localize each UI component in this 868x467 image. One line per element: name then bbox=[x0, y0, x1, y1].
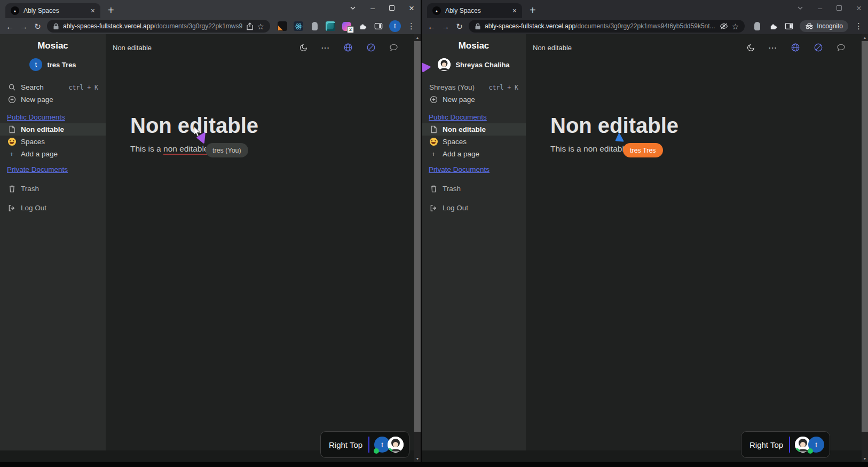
tab-ably-spaces[interactable]: ▲ Ably Spaces × bbox=[5, 3, 100, 18]
sidebar-item-document[interactable]: Non editable bbox=[0, 123, 106, 136]
minimize-button[interactable]: – bbox=[370, 4, 375, 12]
maximize-button[interactable] bbox=[837, 5, 842, 11]
document-title: Non editable bbox=[443, 125, 486, 133]
scroll-down-arrow-icon[interactable]: ▼ bbox=[416, 455, 420, 462]
private-documents-link[interactable]: Private Documents bbox=[0, 163, 106, 176]
sidebar-item-search[interactable]: Shreyas (You) ctrl + K bbox=[422, 81, 526, 93]
presence-widget[interactable]: Right Top t bbox=[741, 431, 830, 458]
url-text: ably-spaces-fullstack.vercel.app/documen… bbox=[485, 22, 716, 30]
browser-menu-kebab-icon[interactable]: ⋮ bbox=[407, 21, 415, 31]
sidebar-item-logout[interactable]: Log Out bbox=[422, 202, 526, 214]
window-menu-chevron-icon[interactable] bbox=[350, 6, 356, 10]
new-tab-button[interactable]: + bbox=[530, 5, 536, 15]
extension-gray-icon[interactable] bbox=[752, 21, 762, 31]
document-header: Non editable ··· bbox=[106, 34, 421, 61]
app-sidebar: Mosiac Shreyas Chaliha Shreyas (You) ctr… bbox=[422, 34, 526, 450]
sidebar-item-spaces[interactable]: Spaces bbox=[0, 136, 106, 148]
presence-widget[interactable]: Right Top t bbox=[320, 431, 409, 458]
share-icon[interactable] bbox=[246, 22, 254, 30]
tab-ably-spaces[interactable]: ▲ Ably Spaces × bbox=[427, 3, 522, 18]
tab-close-icon[interactable]: × bbox=[91, 7, 95, 14]
more-options-ellipsis-icon[interactable]: ··· bbox=[321, 44, 330, 52]
globe-icon[interactable] bbox=[343, 43, 353, 52]
extension-react-icon[interactable] bbox=[293, 21, 304, 31]
url-bar[interactable]: ably-spaces-fullstack.vercel.app/documen… bbox=[469, 20, 745, 33]
bookmark-star-icon[interactable]: ☆ bbox=[257, 22, 264, 30]
url-bar[interactable]: ably-spaces-fullstack.vercel.app/documen… bbox=[47, 20, 270, 33]
lock-icon bbox=[53, 23, 59, 30]
browser-menu-kebab-icon[interactable]: ⋮ bbox=[855, 21, 863, 31]
sidebar-item-add-page[interactable]: + Add a page bbox=[0, 148, 106, 160]
dark-mode-moon-icon[interactable] bbox=[746, 43, 755, 52]
window-controls: – × bbox=[797, 1, 862, 15]
document-paragraph: This is a non editable d bbox=[130, 144, 421, 154]
close-button[interactable]: × bbox=[856, 4, 862, 13]
extension-teal-icon[interactable] bbox=[325, 21, 336, 31]
mouse-pointer-icon bbox=[193, 126, 201, 137]
presence-avatars: t bbox=[795, 437, 824, 453]
side-panel-icon[interactable] bbox=[373, 21, 384, 31]
chrome-profile-avatar[interactable]: t bbox=[389, 20, 401, 32]
chat-bubble-icon[interactable] bbox=[389, 43, 398, 52]
extension-gray-icon[interactable] bbox=[309, 21, 320, 31]
document-paragraph: This is a non editable d bbox=[550, 144, 868, 154]
public-documents-link[interactable]: Public Documents bbox=[0, 111, 106, 123]
ably-favicon-icon: ▲ bbox=[11, 6, 19, 15]
more-options-ellipsis-icon[interactable]: ··· bbox=[769, 44, 777, 52]
sidebar-item-new-page[interactable]: New page bbox=[0, 93, 106, 106]
extensions-puzzle-icon[interactable] bbox=[768, 21, 778, 31]
back-button[interactable]: ← bbox=[427, 22, 436, 30]
extensions-puzzle-icon[interactable] bbox=[357, 21, 368, 31]
document-heading: Non editable bbox=[550, 113, 868, 138]
page-scrollbar[interactable]: ▲ ▼ bbox=[862, 34, 868, 462]
minimize-button[interactable]: – bbox=[818, 4, 822, 12]
document-body[interactable]: Non editable This is a non editable d bbox=[526, 61, 868, 154]
scroll-down-arrow-icon[interactable]: ▼ bbox=[863, 455, 867, 462]
page-scrollbar[interactable]: ▲ ▼ bbox=[414, 34, 421, 462]
maximize-button[interactable] bbox=[389, 5, 394, 11]
eye-off-icon[interactable] bbox=[720, 22, 728, 30]
forward-button[interactable]: → bbox=[441, 22, 450, 30]
presence-label: Right Top bbox=[749, 440, 783, 449]
back-button[interactable]: ← bbox=[5, 22, 14, 30]
remote-cursor-label: tres (You) bbox=[206, 143, 248, 157]
globe-icon[interactable] bbox=[791, 43, 800, 52]
user-row[interactable]: Shreyas Chaliha bbox=[422, 57, 526, 73]
extension-dark-icon[interactable] bbox=[277, 21, 288, 31]
bookmark-star-icon[interactable]: ☆ bbox=[732, 22, 739, 30]
sidebar-item-new-page[interactable]: New page bbox=[422, 93, 526, 106]
scroll-up-arrow-icon[interactable]: ▲ bbox=[863, 34, 867, 41]
public-documents-link[interactable]: Public Documents bbox=[422, 111, 526, 123]
sidebar-item-add-page[interactable]: + Add a page bbox=[422, 148, 526, 160]
user-row[interactable]: t tres Tres bbox=[0, 57, 106, 73]
side-panel-icon[interactable] bbox=[784, 21, 794, 31]
sidebar-item-document[interactable]: Non editable bbox=[422, 123, 526, 136]
sidebar-item-logout[interactable]: Log Out bbox=[0, 202, 106, 214]
reload-button[interactable]: ↻ bbox=[455, 22, 464, 30]
ban-icon[interactable] bbox=[814, 43, 823, 52]
extension-gradient-icon[interactable]: 2 bbox=[341, 21, 352, 31]
close-button[interactable]: × bbox=[409, 4, 414, 13]
scrollbar-thumb[interactable] bbox=[862, 41, 868, 432]
tab-strip: ▲ Ably Spaces × + – × bbox=[0, 0, 421, 18]
document-body[interactable]: Non editable This is a non editable d bbox=[106, 61, 421, 154]
scroll-up-arrow-icon[interactable]: ▲ bbox=[416, 34, 420, 41]
dark-mode-moon-icon[interactable] bbox=[299, 43, 308, 52]
window-menu-chevron-icon[interactable] bbox=[797, 6, 803, 10]
new-tab-button[interactable]: + bbox=[108, 5, 114, 15]
url-domain: ably-spaces-fullstack.vercel.app bbox=[63, 22, 154, 30]
sidebar-item-spaces[interactable]: Spaces bbox=[422, 136, 526, 148]
sidebar-item-trash[interactable]: Trash bbox=[0, 183, 106, 195]
extension-gray-glyph bbox=[754, 22, 760, 30]
ban-icon[interactable] bbox=[366, 43, 376, 52]
forward-button[interactable]: → bbox=[19, 22, 28, 30]
scrollbar-thumb[interactable] bbox=[414, 41, 421, 432]
reload-button[interactable]: ↻ bbox=[33, 22, 42, 30]
private-documents-link[interactable]: Private Documents bbox=[422, 163, 526, 176]
tab-title: Ably Spaces bbox=[445, 7, 508, 14]
plus-icon: + bbox=[429, 150, 438, 158]
tab-close-icon[interactable]: × bbox=[512, 7, 517, 14]
chat-bubble-icon[interactable] bbox=[837, 43, 846, 52]
sidebar-item-search[interactable]: Search ctrl + K bbox=[0, 81, 106, 93]
sidebar-item-trash[interactable]: Trash bbox=[422, 183, 526, 195]
